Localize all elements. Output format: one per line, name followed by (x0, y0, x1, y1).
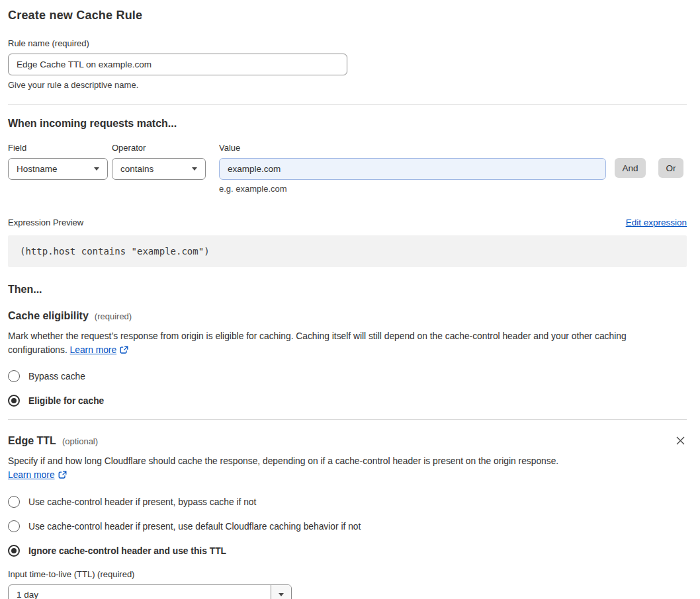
rule-name-label: Rule name (required) (8, 38, 687, 48)
cache-eligibility-title: Cache eligibility (8, 310, 89, 322)
edge-ttl-description-text: Specify if and how long Cloudflare shoul… (8, 456, 558, 466)
edge-ttl-title: Edge TTL (8, 435, 56, 447)
chevron-down-icon (94, 167, 99, 171)
chevron-down-icon (192, 167, 197, 171)
operator-column: Operator contains (112, 143, 206, 180)
cache-eligibility-qualifier: (required) (95, 311, 132, 321)
operator-select-value: contains (120, 164, 153, 174)
edge-ttl-title-wrap: Edge TTL (optional) (8, 435, 98, 447)
ttl-select-value: 1 day (9, 585, 271, 599)
match-expression-row: Field Hostname Operator contains Value e… (8, 143, 687, 194)
divider (8, 104, 687, 105)
radio-icon[interactable] (8, 520, 20, 532)
match-section-heading: When incoming requests match... (8, 118, 687, 130)
radio-label: Ignore cache-control header and use this… (28, 546, 226, 556)
edge-ttl-description: Specify if and how long Cloudflare shoul… (8, 454, 562, 482)
then-heading: Then... (8, 284, 687, 296)
cache-eligibility-description: Mark whether the request’s response from… (8, 329, 675, 357)
edge-ttl-qualifier: (optional) (62, 436, 98, 446)
create-cache-rule-form: Create new Cache Rule Rule name (require… (0, 0, 700, 599)
page-title: Create new Cache Rule (8, 9, 687, 22)
value-column: Value e.g. example.com (219, 143, 606, 194)
field-select[interactable]: Hostname (8, 158, 108, 180)
ttl-label: Input time-to-live (TTL) (required) (8, 569, 687, 579)
and-button[interactable]: And (615, 158, 646, 178)
ttl-select[interactable]: 1 day (8, 584, 292, 599)
edge-ttl-learn-more-link[interactable]: Learn more (8, 470, 55, 480)
cache-eligibility-learn-more-link[interactable]: Learn more (70, 345, 117, 355)
radio-icon[interactable] (8, 496, 20, 508)
edit-expression-link[interactable]: Edit expression (626, 218, 687, 227)
expression-preview-label: Expression Preview (8, 218, 83, 227)
expression-code-text: (http.host contains "example.com") (20, 246, 210, 257)
external-link-icon (58, 471, 67, 479)
divider (8, 419, 687, 420)
field-label: Field (8, 143, 108, 153)
radio-icon[interactable] (8, 370, 20, 382)
value-input[interactable] (219, 158, 606, 180)
radio-label: Use cache-control header if present, byp… (28, 497, 256, 507)
operator-label: Operator (112, 143, 206, 153)
value-helper: e.g. example.com (219, 184, 606, 194)
radio-selected-icon[interactable] (8, 545, 20, 557)
cache-eligibility-options: Bypass cache Eligible for cache (8, 370, 687, 407)
radio-label: Bypass cache (28, 372, 85, 381)
radio-eligible-for-cache[interactable]: Eligible for cache (8, 395, 687, 407)
cache-eligibility-header: Cache eligibility (required) (8, 310, 687, 322)
rule-name-helper: Give your rule a descriptive name. (8, 80, 687, 90)
field-column: Field Hostname (8, 143, 108, 180)
expression-preview-header: Expression Preview Edit expression (8, 218, 687, 227)
radio-use-header-bypass[interactable]: Use cache-control header if present, byp… (8, 496, 687, 508)
radio-use-header-default[interactable]: Use cache-control header if present, use… (8, 520, 687, 532)
or-button[interactable]: Or (658, 158, 683, 178)
ttl-select-arrow-button[interactable] (271, 585, 291, 599)
radio-selected-icon[interactable] (8, 395, 20, 407)
edge-ttl-options: Use cache-control header if present, byp… (8, 496, 687, 557)
value-label: Value (219, 143, 606, 153)
radio-bypass-cache[interactable]: Bypass cache (8, 370, 687, 382)
radio-label: Eligible for cache (28, 396, 104, 406)
radio-ignore-header-use-ttl[interactable]: Ignore cache-control header and use this… (8, 545, 687, 557)
cache-eligibility-title-wrap: Cache eligibility (required) (8, 310, 132, 322)
rule-name-input[interactable] (8, 54, 347, 75)
close-edge-ttl-button[interactable] (674, 434, 687, 447)
chevron-down-icon (279, 593, 284, 596)
operator-select[interactable]: contains (112, 158, 206, 180)
external-link-icon (120, 346, 128, 354)
radio-label: Use cache-control header if present, use… (28, 522, 361, 532)
close-icon (676, 436, 685, 446)
field-select-value: Hostname (17, 164, 58, 174)
expression-preview-code: (http.host contains "example.com") (8, 235, 687, 267)
edge-ttl-header: Edge TTL (optional) (8, 434, 687, 447)
